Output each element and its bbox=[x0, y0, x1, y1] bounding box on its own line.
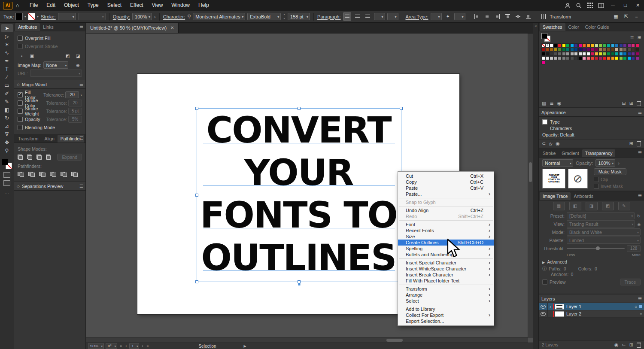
swatch[interactable] bbox=[590, 52, 594, 56]
swatch[interactable] bbox=[623, 43, 627, 47]
tab-align[interactable]: Align bbox=[41, 135, 57, 143]
overprint-stroke-checkbox[interactable] bbox=[18, 44, 23, 49]
swatch[interactable] bbox=[627, 52, 631, 56]
swatch[interactable] bbox=[603, 52, 607, 56]
close-tab-icon[interactable] bbox=[170, 25, 174, 30]
layer-row-layer-1[interactable]: ›Layer 1○ bbox=[539, 303, 644, 310]
stroke-dropdown-icon[interactable] bbox=[37, 15, 39, 18]
stroke-weight-dropdown[interactable] bbox=[58, 13, 76, 20]
browser-icon[interactable]: ⊕ bbox=[74, 61, 82, 69]
swatch[interactable] bbox=[603, 43, 607, 47]
swatch[interactable] bbox=[578, 56, 582, 60]
expand-panels-icon[interactable] bbox=[533, 24, 538, 28]
menu-item-select[interactable]: Select bbox=[398, 298, 494, 304]
swatch[interactable] bbox=[598, 43, 602, 47]
grid-view-icon[interactable] bbox=[638, 35, 641, 40]
blending-mode-checkbox[interactable] bbox=[18, 125, 23, 130]
advanced-expand-icon[interactable] bbox=[542, 259, 545, 264]
tab-swatches[interactable]: Swatches bbox=[540, 23, 565, 31]
swatch[interactable] bbox=[627, 56, 631, 60]
swatch[interactable] bbox=[607, 43, 611, 47]
menu-item-spelling[interactable]: Spelling bbox=[398, 246, 494, 252]
edit-toolbar-icon[interactable] bbox=[5, 190, 9, 196]
mask-thumbnail[interactable] bbox=[568, 169, 588, 188]
panel-menu-icon[interactable] bbox=[79, 24, 83, 29]
clear-appearance-icon[interactable] bbox=[556, 141, 560, 146]
selection-bounding-box[interactable] bbox=[197, 108, 401, 282]
swatch[interactable] bbox=[546, 56, 550, 60]
swatch[interactable] bbox=[595, 48, 598, 52]
swatch[interactable] bbox=[623, 52, 627, 56]
area-type-options-dropdown[interactable] bbox=[431, 13, 442, 20]
swatch[interactable] bbox=[607, 52, 611, 56]
fill-color-checkbox[interactable] bbox=[18, 92, 23, 97]
new-color-group-icon[interactable] bbox=[622, 100, 626, 106]
swatch[interactable] bbox=[570, 43, 574, 47]
swatch[interactable] bbox=[598, 48, 602, 52]
invert-mask-checkbox[interactable] bbox=[594, 184, 599, 189]
swatch[interactable] bbox=[570, 52, 574, 56]
opacity-tolerance-value[interactable]: 5% bbox=[68, 116, 82, 123]
url-dropdown[interactable] bbox=[30, 70, 82, 77]
apps-grid-icon[interactable] bbox=[584, 0, 595, 11]
menu-item-insert-whitespace-character[interactable]: Insert WhiteSpace Character bbox=[398, 266, 494, 272]
swatch[interactable] bbox=[558, 52, 562, 56]
swatch[interactable] bbox=[595, 52, 598, 56]
swatch[interactable] bbox=[550, 43, 553, 47]
swatch[interactable] bbox=[623, 56, 627, 60]
add-effect-icon[interactable] bbox=[549, 141, 552, 146]
appearance-opacity-row[interactable]: Opacity: Default bbox=[542, 132, 574, 137]
align-vertical-top-button[interactable] bbox=[504, 12, 512, 21]
reverse-path-icon[interactable]: ◩ bbox=[64, 52, 72, 60]
resize-handle[interactable] bbox=[195, 107, 198, 110]
maximize-button[interactable] bbox=[619, 0, 632, 11]
delete-layer-icon[interactable] bbox=[637, 343, 641, 348]
swatch[interactable] bbox=[598, 52, 602, 56]
status-menu-icon[interactable] bbox=[244, 344, 246, 348]
swatch[interactable] bbox=[558, 48, 562, 52]
swatch[interactable] bbox=[611, 56, 615, 60]
draw-normal-mode-icon[interactable] bbox=[3, 172, 10, 178]
align-center-button[interactable] bbox=[353, 12, 361, 21]
opacity-checkbox[interactable] bbox=[18, 117, 23, 122]
make-clipping-mask-icon[interactable] bbox=[614, 342, 619, 348]
resize-handle[interactable] bbox=[298, 107, 301, 110]
zoom-level-dropdown[interactable]: 50% bbox=[88, 343, 104, 349]
menu-item-insert-special-character[interactable]: Insert Special Character bbox=[398, 260, 494, 266]
intersect-icon[interactable] bbox=[36, 155, 42, 160]
menu-item-create-outlines[interactable]: Create OutlinesShift+Ctrl+O bbox=[398, 240, 494, 246]
swatch[interactable] bbox=[550, 48, 553, 52]
swatch[interactable] bbox=[582, 43, 586, 47]
visibility-eye-icon[interactable] bbox=[539, 310, 548, 317]
home-icon[interactable] bbox=[12, 2, 23, 9]
swatch[interactable] bbox=[607, 56, 611, 60]
menu-item-bullets-and-numbering[interactable]: Bullets and Numbering bbox=[398, 252, 494, 258]
overprint-fill-checkbox[interactable] bbox=[18, 36, 23, 41]
pen-tool[interactable]: ✒ bbox=[1, 57, 13, 65]
swatch[interactable] bbox=[635, 43, 639, 47]
right-indent-dropdown[interactable] bbox=[387, 13, 398, 20]
menubar-item-effect[interactable]: Effect bbox=[126, 0, 147, 11]
make-mask-button[interactable]: Make Mask bbox=[594, 168, 626, 175]
align-left-button[interactable] bbox=[343, 12, 351, 21]
merge-icon[interactable] bbox=[39, 172, 46, 177]
swatch-options-icon[interactable] bbox=[557, 100, 562, 106]
hide-center-icon[interactable]: ▣ bbox=[28, 52, 36, 60]
panel-menu-icon[interactable] bbox=[638, 110, 642, 115]
menu-item-font[interactable]: Font bbox=[398, 222, 494, 228]
swatch[interactable] bbox=[586, 56, 590, 60]
scrollbar-thumb[interactable] bbox=[529, 162, 532, 182]
swatch[interactable] bbox=[541, 52, 545, 56]
menubar-item-select[interactable]: Select bbox=[103, 0, 126, 11]
unite-icon[interactable] bbox=[18, 155, 23, 160]
swatch[interactable] bbox=[541, 61, 545, 64]
draw-behind-mode-icon[interactable] bbox=[3, 180, 10, 186]
show-swatch-kinds-icon[interactable] bbox=[550, 100, 553, 106]
swatch[interactable] bbox=[631, 56, 635, 60]
image-map-dropdown[interactable]: None bbox=[43, 61, 68, 69]
threshold-slider[interactable] bbox=[567, 248, 625, 249]
swatch[interactable] bbox=[615, 43, 619, 47]
swatch[interactable] bbox=[586, 43, 590, 47]
next-artboard-icon[interactable] bbox=[141, 344, 144, 348]
swatch[interactable] bbox=[554, 43, 558, 47]
